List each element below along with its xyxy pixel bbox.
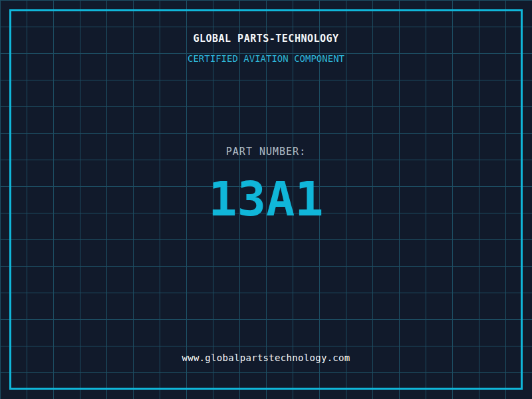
website-url: www.globalpartstechnology.com [0, 352, 532, 363]
part-number-value: 13A1 [0, 175, 532, 223]
company-name: GLOBAL PARTS-TECHNOLOGY [0, 33, 532, 45]
blueprint-page: GLOBAL PARTS-TECHNOLOGY CERTIFIED AVIATI… [0, 0, 532, 399]
certification-tagline: CERTIFIED AVIATION COMPONENT [0, 53, 532, 64]
part-number-label: PART NUMBER: [0, 146, 532, 158]
